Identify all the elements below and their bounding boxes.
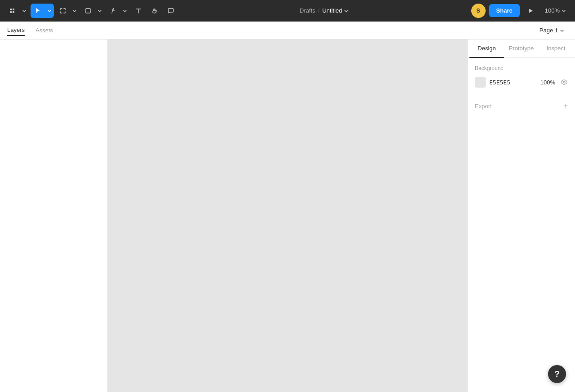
cursor-tool-button[interactable] — [31, 4, 45, 18]
svg-rect-0 — [10, 9, 12, 10]
cursor-tool-group — [31, 4, 54, 18]
user-avatar[interactable]: S — [471, 4, 486, 18]
pen-tool-button[interactable] — [106, 4, 120, 18]
play-button[interactable] — [523, 4, 538, 18]
canvas-area[interactable] — [108, 40, 467, 392]
inspect-tab[interactable]: Inspect — [539, 40, 573, 58]
secondbar: Layers Assets Page 1 — [0, 22, 575, 40]
filename-button[interactable]: Untitled — [322, 7, 349, 14]
svg-rect-2 — [10, 11, 12, 13]
layers-tab[interactable]: Layers — [7, 25, 25, 36]
assets-tab[interactable]: Assets — [35, 25, 53, 35]
comment-tool-button[interactable] — [164, 4, 178, 18]
svg-point-6 — [563, 81, 565, 83]
page-selector[interactable]: Page 1 — [536, 25, 568, 35]
export-section: Export + — [468, 95, 575, 117]
visibility-toggle[interactable] — [561, 79, 568, 86]
right-panel-tabs: Design Prototype Inspect — [468, 40, 575, 58]
svg-rect-3 — [13, 11, 14, 13]
color-opacity-value[interactable]: 100% — [537, 79, 555, 86]
drafts-link[interactable]: Drafts — [300, 7, 315, 14]
main-layout: Design Prototype Inspect Background E5E5… — [0, 40, 575, 392]
main-menu-dropdown-button[interactable] — [20, 4, 29, 18]
topbar: Drafts / Untitled S Share 100% — [0, 0, 575, 22]
breadcrumb-area: Drafts / Untitled — [180, 7, 469, 14]
background-section: Background E5E5E5 100% — [468, 58, 575, 95]
left-panel — [0, 40, 108, 392]
color-swatch[interactable] — [475, 77, 486, 88]
svg-rect-1 — [13, 9, 14, 10]
export-label: Export — [475, 103, 492, 110]
shape-tool-group — [81, 4, 104, 18]
shape-dropdown-button[interactable] — [95, 4, 104, 18]
background-title: Background — [475, 65, 568, 71]
background-row: E5E5E5 100% — [475, 77, 568, 88]
design-tab[interactable]: Design — [469, 40, 504, 58]
zoom-button[interactable]: 100% — [541, 5, 570, 16]
add-export-button[interactable]: + — [564, 102, 568, 110]
hand-tool-button[interactable] — [147, 4, 162, 18]
right-panel: Design Prototype Inspect Background E5E5… — [467, 40, 575, 392]
svg-point-5 — [113, 8, 114, 9]
shape-tool-button[interactable] — [81, 4, 95, 18]
color-hex-value[interactable]: E5E5E5 — [489, 79, 534, 86]
prototype-tab[interactable]: Prototype — [504, 40, 539, 58]
pen-dropdown-button[interactable] — [120, 4, 129, 18]
main-menu-button[interactable] — [5, 4, 20, 18]
frame-dropdown-button[interactable] — [70, 4, 79, 18]
share-button[interactable]: Share — [489, 4, 520, 17]
export-row: Export + — [475, 102, 568, 110]
frame-tool-button[interactable] — [56, 4, 70, 18]
cursor-dropdown-button[interactable] — [45, 4, 54, 18]
topbar-right: S Share 100% — [471, 4, 570, 18]
text-tool-button[interactable] — [131, 4, 146, 18]
pen-tool-group — [106, 4, 129, 18]
help-button[interactable]: ? — [548, 365, 566, 383]
main-menu-group — [5, 4, 29, 18]
breadcrumb-separator: / — [318, 7, 320, 14]
svg-rect-4 — [86, 9, 90, 13]
frame-tool-group — [56, 4, 79, 18]
